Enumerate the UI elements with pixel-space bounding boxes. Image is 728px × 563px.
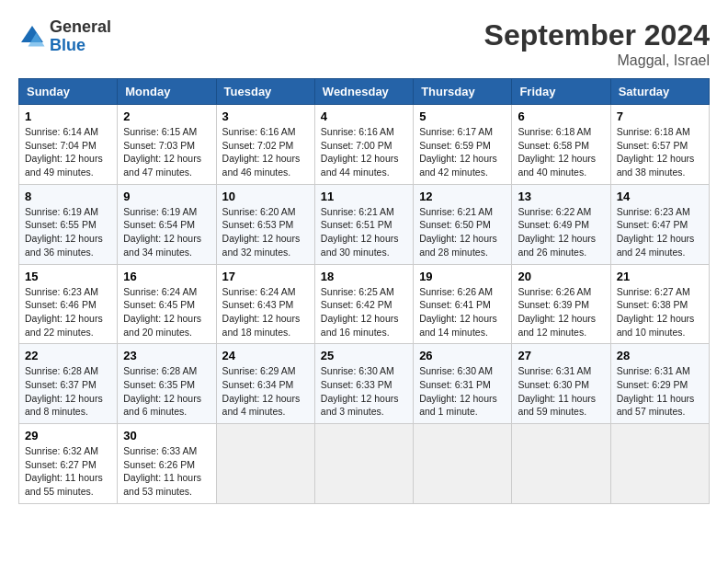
calendar-cell: 18Sunrise: 6:25 AM Sunset: 6:42 PM Dayli… xyxy=(314,264,413,344)
day-number: 11 xyxy=(321,190,407,203)
day-number: 26 xyxy=(419,349,506,362)
col-header-thursday: Thursday xyxy=(414,79,512,105)
day-number: 7 xyxy=(617,109,703,123)
day-info: Sunrise: 6:28 AM Sunset: 6:35 PM Dayligh… xyxy=(123,364,210,419)
day-info: Sunrise: 6:31 AM Sunset: 6:29 PM Dayligh… xyxy=(617,364,703,419)
day-info: Sunrise: 6:28 AM Sunset: 6:37 PM Dayligh… xyxy=(25,364,111,419)
calendar-week-2: 8Sunrise: 6:19 AM Sunset: 6:55 PM Daylig… xyxy=(19,184,710,264)
day-number: 29 xyxy=(25,429,111,442)
calendar-cell: 25Sunrise: 6:30 AM Sunset: 6:33 PM Dayli… xyxy=(314,344,413,424)
day-info: Sunrise: 6:23 AM Sunset: 6:46 PM Dayligh… xyxy=(25,285,111,339)
calendar-cell: 14Sunrise: 6:23 AM Sunset: 6:47 PM Dayli… xyxy=(610,184,709,264)
logo-blue-text: Blue xyxy=(50,36,85,54)
calendar-cell: 16Sunrise: 6:24 AM Sunset: 6:45 PM Dayli… xyxy=(118,264,216,344)
day-info: Sunrise: 6:19 AM Sunset: 6:55 PM Dayligh… xyxy=(25,205,111,259)
day-number: 18 xyxy=(321,270,407,283)
calendar-cell: 24Sunrise: 6:29 AM Sunset: 6:34 PM Dayli… xyxy=(216,344,314,424)
day-number: 4 xyxy=(321,109,407,123)
day-info: Sunrise: 6:32 AM Sunset: 6:27 PM Dayligh… xyxy=(25,444,111,499)
calendar-cell: 1Sunrise: 6:14 AM Sunset: 7:04 PM Daylig… xyxy=(19,105,118,185)
day-number: 22 xyxy=(25,349,111,362)
day-info: Sunrise: 6:16 AM Sunset: 7:02 PM Dayligh… xyxy=(222,125,309,179)
title-block: September 2024 Maggal, Israel xyxy=(484,18,710,69)
calendar-cell: 17Sunrise: 6:24 AM Sunset: 6:43 PM Dayli… xyxy=(216,264,314,344)
calendar-table: SundayMondayTuesdayWednesdayThursdayFrid… xyxy=(18,78,710,504)
calendar-week-5: 29Sunrise: 6:32 AM Sunset: 6:27 PM Dayli… xyxy=(19,424,710,504)
day-info: Sunrise: 6:21 AM Sunset: 6:51 PM Dayligh… xyxy=(321,205,407,259)
day-info: Sunrise: 6:18 AM Sunset: 6:57 PM Dayligh… xyxy=(617,125,703,179)
day-number: 25 xyxy=(321,349,407,362)
day-info: Sunrise: 6:17 AM Sunset: 6:59 PM Dayligh… xyxy=(419,125,506,179)
day-info: Sunrise: 6:27 AM Sunset: 6:38 PM Dayligh… xyxy=(617,285,703,339)
page-header: General Blue September 2024 Maggal, Isra… xyxy=(18,18,710,69)
day-info: Sunrise: 6:31 AM Sunset: 6:30 PM Dayligh… xyxy=(518,364,604,419)
calendar-cell: 22Sunrise: 6:28 AM Sunset: 6:37 PM Dayli… xyxy=(19,344,118,424)
calendar-cell: 30Sunrise: 6:33 AM Sunset: 6:26 PM Dayli… xyxy=(118,424,216,504)
col-header-sunday: Sunday xyxy=(19,79,118,105)
day-info: Sunrise: 6:24 AM Sunset: 6:45 PM Dayligh… xyxy=(123,285,210,339)
calendar-week-3: 15Sunrise: 6:23 AM Sunset: 6:46 PM Dayli… xyxy=(19,264,710,344)
day-info: Sunrise: 6:24 AM Sunset: 6:43 PM Dayligh… xyxy=(222,285,309,339)
calendar-cell: 2Sunrise: 6:15 AM Sunset: 7:03 PM Daylig… xyxy=(118,105,216,185)
calendar-cell: 23Sunrise: 6:28 AM Sunset: 6:35 PM Dayli… xyxy=(118,344,216,424)
day-number: 2 xyxy=(123,109,210,123)
calendar-cell xyxy=(610,424,709,504)
day-info: Sunrise: 6:20 AM Sunset: 6:53 PM Dayligh… xyxy=(222,205,309,259)
col-header-saturday: Saturday xyxy=(610,79,709,105)
calendar-cell: 28Sunrise: 6:31 AM Sunset: 6:29 PM Dayli… xyxy=(610,344,709,424)
calendar-cell: 4Sunrise: 6:16 AM Sunset: 7:00 PM Daylig… xyxy=(314,105,413,185)
calendar-week-4: 22Sunrise: 6:28 AM Sunset: 6:37 PM Dayli… xyxy=(19,344,710,424)
day-info: Sunrise: 6:23 AM Sunset: 6:47 PM Dayligh… xyxy=(617,205,703,259)
calendar-cell xyxy=(314,424,413,504)
day-number: 30 xyxy=(123,429,210,442)
calendar-cell: 21Sunrise: 6:27 AM Sunset: 6:38 PM Dayli… xyxy=(610,264,709,344)
logo-general-text: General xyxy=(50,17,111,36)
day-info: Sunrise: 6:14 AM Sunset: 7:04 PM Dayligh… xyxy=(25,125,111,179)
calendar-cell: 5Sunrise: 6:17 AM Sunset: 6:59 PM Daylig… xyxy=(414,105,512,185)
day-number: 3 xyxy=(222,109,309,123)
calendar-cell: 9Sunrise: 6:19 AM Sunset: 6:54 PM Daylig… xyxy=(118,184,216,264)
logo: General Blue xyxy=(18,18,111,55)
calendar-cell: 27Sunrise: 6:31 AM Sunset: 6:30 PM Dayli… xyxy=(512,344,610,424)
col-header-friday: Friday xyxy=(512,79,610,105)
day-info: Sunrise: 6:25 AM Sunset: 6:42 PM Dayligh… xyxy=(321,285,407,339)
day-number: 5 xyxy=(419,109,506,123)
day-info: Sunrise: 6:21 AM Sunset: 6:50 PM Dayligh… xyxy=(419,205,506,259)
col-header-tuesday: Tuesday xyxy=(216,79,314,105)
day-info: Sunrise: 6:18 AM Sunset: 6:58 PM Dayligh… xyxy=(518,125,604,179)
day-number: 10 xyxy=(222,190,309,203)
logo-icon xyxy=(18,23,46,51)
calendar-cell xyxy=(414,424,512,504)
calendar-cell: 13Sunrise: 6:22 AM Sunset: 6:49 PM Dayli… xyxy=(512,184,610,264)
calendar-body: 1Sunrise: 6:14 AM Sunset: 7:04 PM Daylig… xyxy=(19,105,710,504)
col-header-monday: Monday xyxy=(118,79,216,105)
day-info: Sunrise: 6:22 AM Sunset: 6:49 PM Dayligh… xyxy=(518,205,604,259)
calendar-cell xyxy=(216,424,314,504)
day-info: Sunrise: 6:33 AM Sunset: 6:26 PM Dayligh… xyxy=(123,444,210,499)
calendar-cell: 7Sunrise: 6:18 AM Sunset: 6:57 PM Daylig… xyxy=(610,105,709,185)
day-number: 27 xyxy=(518,349,604,362)
day-info: Sunrise: 6:30 AM Sunset: 6:31 PM Dayligh… xyxy=(419,364,506,419)
day-number: 17 xyxy=(222,270,309,283)
day-number: 6 xyxy=(518,109,604,123)
month-title: September 2024 xyxy=(484,18,710,52)
calendar-cell: 8Sunrise: 6:19 AM Sunset: 6:55 PM Daylig… xyxy=(19,184,118,264)
calendar-cell: 19Sunrise: 6:26 AM Sunset: 6:41 PM Dayli… xyxy=(414,264,512,344)
day-number: 24 xyxy=(222,349,309,362)
day-number: 13 xyxy=(518,190,604,203)
col-header-wednesday: Wednesday xyxy=(314,79,413,105)
day-number: 23 xyxy=(123,349,210,362)
day-number: 20 xyxy=(518,270,604,283)
calendar-cell: 6Sunrise: 6:18 AM Sunset: 6:58 PM Daylig… xyxy=(512,105,610,185)
location: Maggal, Israel xyxy=(484,52,710,69)
day-info: Sunrise: 6:26 AM Sunset: 6:39 PM Dayligh… xyxy=(518,285,604,339)
calendar-cell: 12Sunrise: 6:21 AM Sunset: 6:50 PM Dayli… xyxy=(414,184,512,264)
calendar-cell: 20Sunrise: 6:26 AM Sunset: 6:39 PM Dayli… xyxy=(512,264,610,344)
day-number: 19 xyxy=(419,270,506,283)
day-number: 1 xyxy=(25,109,111,123)
day-info: Sunrise: 6:15 AM Sunset: 7:03 PM Dayligh… xyxy=(123,125,210,179)
day-number: 28 xyxy=(617,349,703,362)
calendar-cell: 11Sunrise: 6:21 AM Sunset: 6:51 PM Dayli… xyxy=(314,184,413,264)
calendar-cell: 15Sunrise: 6:23 AM Sunset: 6:46 PM Dayli… xyxy=(19,264,118,344)
day-number: 14 xyxy=(617,190,703,203)
